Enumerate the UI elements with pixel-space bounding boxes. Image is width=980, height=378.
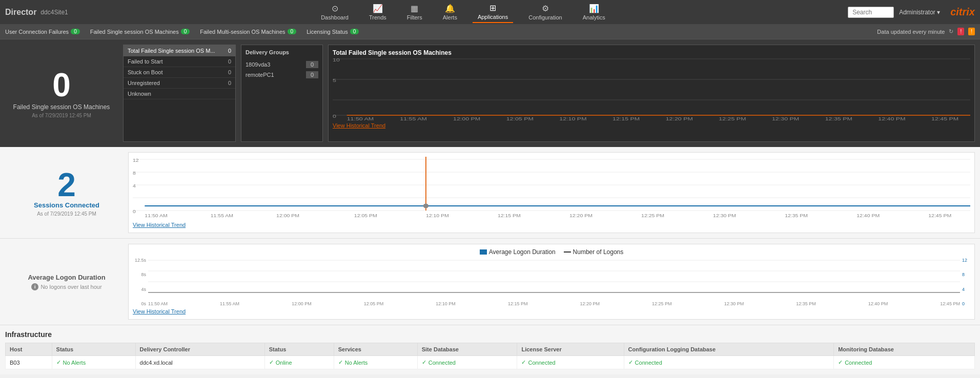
- alert-failed-multi-label: Failed Multi-session OS Machines: [200, 29, 285, 35]
- y-r-12: 12: [962, 258, 970, 263]
- list-item-stuck-boot-val: 0: [228, 69, 231, 75]
- logon-y-axis-left: 12.5s 8s 4s 0s: [133, 258, 148, 306]
- sess-x-9: 12:35 PM: [785, 213, 808, 218]
- top-chart-title: Total Failed Single session OS Machines: [333, 49, 970, 56]
- warn-red-badge[interactable]: !: [957, 28, 964, 35]
- sess-x-8: 12:30 PM: [713, 213, 736, 218]
- nav-right: Administrator ▾ citrix: [848, 6, 975, 18]
- alert-failed-multi[interactable]: Failed Multi-session OS Machines 0: [200, 29, 296, 35]
- status-ok-monitoring: ✓ Connected: [838, 359, 970, 366]
- x-label-8: 12:30 PM: [772, 116, 799, 121]
- alert-user-connection-badge: 0: [71, 29, 80, 34]
- col-services: Services: [334, 343, 417, 356]
- y-r-0: 0: [962, 301, 970, 306]
- col-ctrl-status: Status: [264, 343, 334, 356]
- top-chart-area: 10 5 0 11:50 AM 11:55 AM 12:00 PM 12:05 …: [333, 59, 970, 120]
- warn-orange-badge[interactable]: !: [968, 28, 975, 35]
- list-header-count: 0: [228, 48, 231, 54]
- sess-x-11: 12:45 PM: [928, 213, 951, 218]
- status-ok-license: ✓ Connected: [521, 359, 619, 366]
- app-name: Director: [5, 8, 36, 17]
- checkmark-ctrl: ✓: [269, 359, 274, 366]
- logon-section: Average Logon Duration i No logons over …: [0, 239, 980, 325]
- status-ok-host: ✓ No Alerts: [56, 359, 131, 366]
- sessions-count: 2: [57, 169, 76, 201]
- nav-alerts[interactable]: 🔔 Alerts: [438, 2, 462, 23]
- col-host: Host: [6, 343, 52, 356]
- x-label-11: 12:45 PM: [931, 116, 958, 121]
- delivery-row-remotepc[interactable]: remotePC1 0: [246, 70, 318, 80]
- failed-list-panel: Total Failed Single session OS M... 0 Fa…: [123, 45, 236, 142]
- failed-machines-date: As of 7/29/2019 12:45 PM: [32, 113, 91, 118]
- view-historical-trend-top[interactable]: View Historical Trend: [333, 122, 385, 129]
- logon-chart-inner: 11:50 AM 11:55 AM 12:00 PM 12:05 PM 12:1…: [148, 258, 960, 306]
- admin-dropdown[interactable]: Administrator ▾: [899, 9, 940, 16]
- delivery-row-1809[interactable]: 1809vda3 0: [246, 59, 318, 70]
- nav-filters[interactable]: ▦ Filters: [402, 2, 427, 23]
- alert-failed-single[interactable]: Failed Single session OS Machines 0: [90, 29, 190, 35]
- status-ok-ctrl: ✓ Online: [269, 359, 330, 366]
- status-text-monitoring: Connected: [845, 360, 872, 366]
- cell-site-db: ✓ Connected: [417, 356, 517, 369]
- alert-failed-multi-badge: 0: [288, 29, 297, 34]
- legend-avg: Average Logon Duration: [480, 248, 556, 256]
- logon-no-logons: No logons over last hour: [40, 284, 101, 290]
- dashboard-icon: ⊙: [332, 4, 338, 13]
- analytics-icon: 📊: [589, 4, 599, 13]
- list-item-unknown[interactable]: Unknown: [124, 89, 235, 99]
- failed-machines-count: 0: [52, 69, 71, 101]
- nav-trends[interactable]: 📈 Trends: [364, 2, 392, 23]
- logon-x-5: 12:15 PM: [508, 301, 528, 306]
- configuration-icon: ⚙: [542, 4, 549, 13]
- top-chart-panel: Total Failed Single session OS Machines …: [328, 45, 975, 142]
- x-label-9: 12:35 PM: [825, 116, 852, 121]
- alert-bar: User Connection Failures 0 Failed Single…: [0, 24, 980, 39]
- search-input[interactable]: [848, 7, 894, 18]
- nav-filters-label: Filters: [407, 14, 422, 20]
- svg-point-12: [423, 204, 428, 208]
- nav-analytics[interactable]: 📊 Analytics: [578, 2, 610, 23]
- legend-num-label: Number of Logons: [573, 248, 624, 256]
- sess-x-6: 12:20 PM: [569, 213, 593, 218]
- nav-dashboard[interactable]: ⊙ Dashboard: [316, 2, 354, 23]
- nav-configuration[interactable]: ⚙ Configuration: [523, 2, 567, 23]
- legend-avg-color: [480, 249, 487, 255]
- alert-failed-single-badge: 0: [181, 29, 190, 34]
- list-item-failed-start[interactable]: Failed to Start 0: [124, 56, 235, 67]
- alert-licensing-label: Licensing Status: [307, 29, 348, 35]
- citrix-logo: citrix: [950, 6, 975, 18]
- nav-dashboard-label: Dashboard: [321, 14, 349, 20]
- list-header-label: Total Failed Single session OS M...: [128, 48, 215, 54]
- logon-x-8: 12:30 PM: [724, 301, 744, 306]
- y-8s: 8s: [133, 272, 146, 277]
- y-4s: 4s: [133, 287, 146, 292]
- x-label-5: 12:15 PM: [612, 116, 640, 121]
- list-item-unregistered-val: 0: [228, 80, 231, 86]
- list-item-stuck-boot[interactable]: Stuck on Boot 0: [124, 67, 235, 78]
- cell-license: ✓ Connected: [517, 356, 624, 369]
- alert-user-connection[interactable]: User Connection Failures 0: [5, 29, 80, 35]
- view-historical-logon[interactable]: View Historical Trend: [133, 308, 186, 314]
- update-text: Data updated every minute: [877, 29, 945, 35]
- list-item-stuck-boot-label: Stuck on Boot: [128, 69, 163, 75]
- cell-monitoring: ✓ Connected: [834, 356, 975, 369]
- nav-applications[interactable]: ⊞ Applications: [473, 1, 513, 23]
- list-item-unregistered[interactable]: Unregistered 0: [124, 78, 235, 89]
- y-label-4: 4: [133, 183, 136, 188]
- top-chart-svg: 10 5 0 11:50 AM 11:55 AM 12:00 PM 12:05 …: [333, 59, 970, 120]
- cell-ctrl-status: ✓ Online: [264, 356, 334, 369]
- infrastructure-section: Infrastructure Host Status Delivery Cont…: [0, 325, 980, 374]
- logon-x-0: 11:50 AM: [148, 301, 168, 306]
- view-historical-sessions[interactable]: View Historical Trend: [133, 222, 186, 228]
- sess-x-3: 12:05 PM: [354, 213, 377, 218]
- alert-failed-single-label: Failed Single session OS Machines: [90, 29, 179, 35]
- sess-x-2: 12:00 PM: [276, 213, 299, 218]
- y-12s: 12.5s: [133, 258, 146, 263]
- y-r-4: 4: [962, 287, 970, 292]
- infra-table-header-row: Host Status Delivery Controller Status S…: [6, 343, 975, 356]
- alert-licensing[interactable]: Licensing Status 0: [307, 29, 359, 35]
- x-label-1: 11:55 AM: [400, 116, 427, 121]
- refresh-icon[interactable]: ↻: [949, 28, 953, 35]
- checkmark-license: ✓: [521, 359, 526, 366]
- logon-x-3: 12:05 PM: [364, 301, 384, 306]
